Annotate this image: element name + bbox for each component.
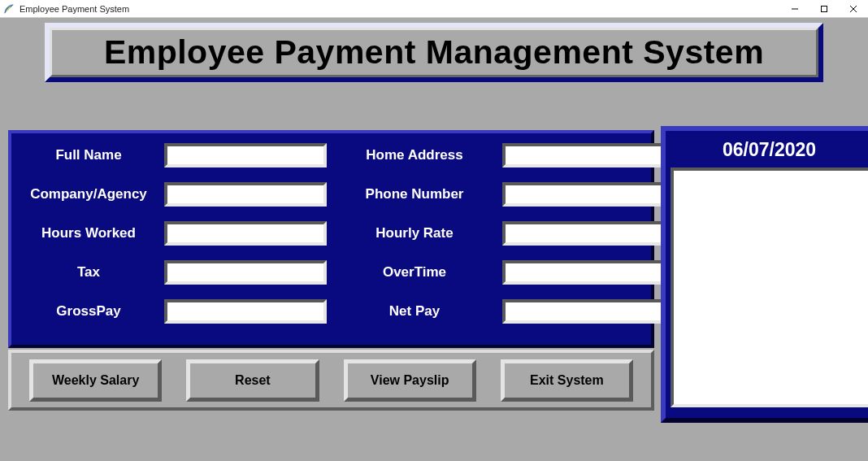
window-close-button[interactable]	[839, 0, 868, 17]
full-name-label: Full Name	[20, 147, 158, 163]
phone-number-input[interactable]	[506, 185, 662, 203]
net-pay-input[interactable]	[506, 302, 662, 320]
payslip-panel: 06/07/2020	[661, 126, 868, 423]
overtime-label: OverTime	[333, 264, 496, 281]
home-address-input[interactable]	[506, 146, 662, 164]
grosspay-label: GrossPay	[20, 303, 158, 320]
window-maximize-button[interactable]	[809, 0, 839, 17]
page-title: Employee Payment Management System	[60, 33, 808, 72]
header-banner: Employee Payment Management System	[45, 23, 823, 82]
reset-button[interactable]: Reset	[186, 359, 319, 402]
weekly-salary-button[interactable]: Weekly Salary	[29, 359, 162, 402]
window-title: Employee Payment System	[20, 4, 129, 14]
hourly-rate-label: Hourly Rate	[333, 225, 496, 241]
action-button-bar: Weekly Salary Reset View Payslip Exit Sy…	[8, 350, 654, 411]
hourly-rate-input[interactable]	[506, 224, 662, 242]
svg-rect-1	[822, 6, 827, 11]
hours-worked-label: Hours Worked	[20, 225, 158, 241]
company-agency-input[interactable]	[167, 185, 323, 203]
hours-worked-input[interactable]	[167, 224, 323, 242]
phone-number-label: Phone Number	[333, 186, 496, 202]
exit-system-button[interactable]: Exit System	[501, 359, 633, 402]
grosspay-input[interactable]	[167, 302, 323, 320]
overtime-input[interactable]	[506, 263, 662, 281]
full-name-input[interactable]	[167, 146, 323, 164]
net-pay-label: Net Pay	[333, 303, 496, 320]
company-agency-label: Company/Agency	[20, 186, 158, 202]
tax-input[interactable]	[167, 263, 323, 281]
employee-form-panel: Full Name Home Address Company/Agency Ph…	[8, 130, 654, 348]
window-titlebar: Employee Payment System	[0, 0, 868, 18]
view-payslip-button[interactable]: View Payslip	[344, 359, 476, 402]
payslip-textarea[interactable]	[674, 171, 868, 404]
home-address-label: Home Address	[333, 147, 496, 163]
window-minimize-button[interactable]	[780, 0, 809, 17]
tax-label: Tax	[20, 264, 158, 281]
app-icon	[3, 3, 15, 15]
payslip-date: 06/07/2020	[671, 139, 868, 161]
